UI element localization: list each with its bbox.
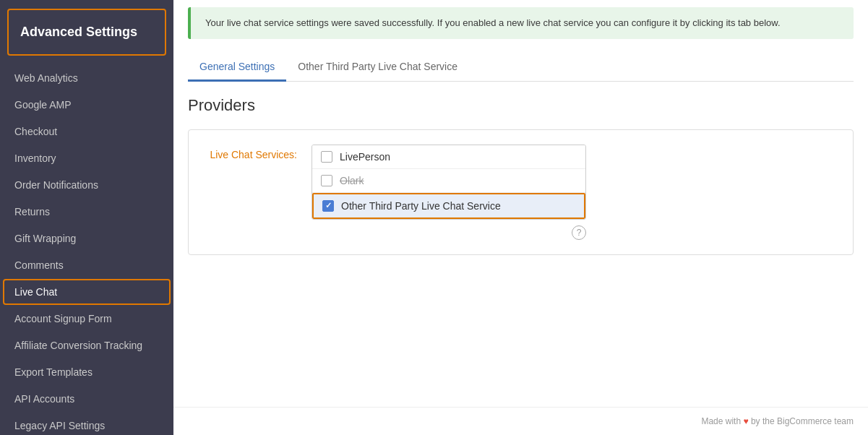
sidebar-item-checkout[interactable]: Checkout [3,119,171,145]
sidebar-item-web-analytics[interactable]: Web Analytics [3,65,171,91]
sidebar-item-google-amp[interactable]: Google AMP [3,92,171,118]
providers-list-wrapper: LivePersonOlarkOther Third Party Live Ch… [311,145,586,240]
provider-label-liveperson: LivePerson [340,151,390,163]
sidebar-item-export-templates[interactable]: Export Templates [3,359,171,385]
tab-other-third-party[interactable]: Other Third Party Live Chat Service [286,53,469,82]
providers-list: LivePersonOlarkOther Third Party Live Ch… [311,145,586,220]
form-row: Live Chat Services: LivePersonOlarkOther… [203,145,838,240]
section-title: Providers [188,96,854,115]
checkbox-olark[interactable] [321,175,332,186]
provider-item-olark[interactable]: Olark [312,169,585,193]
sidebar-item-api-accounts[interactable]: API Accounts [3,386,171,412]
provider-label-olark: Olark [340,175,364,186]
provider-item-other-third-party[interactable]: Other Third Party Live Chat Service [312,193,585,219]
sidebar-item-account-signup-form[interactable]: Account Signup Form [3,306,171,332]
providers-box: Live Chat Services: LivePersonOlarkOther… [188,129,854,255]
main-content: Your live chat service settings were sav… [173,0,868,435]
help-icon[interactable]: ? [572,225,586,240]
content-area: Providers Live Chat Services: LivePerson… [173,82,868,408]
sidebar-item-comments[interactable]: Comments [3,252,171,278]
sidebar-item-order-notifications[interactable]: Order Notifications [3,172,171,198]
sidebar: Advanced Settings Web AnalyticsGoogle AM… [0,0,173,435]
success-banner: Your live chat service settings were sav… [188,7,854,39]
sidebar-item-live-chat[interactable]: Live Chat [3,279,171,305]
checkbox-other-third-party[interactable] [322,200,334,212]
heart-icon: ♥ [743,416,748,426]
provider-item-liveperson[interactable]: LivePerson [312,145,585,169]
sidebar-item-returns[interactable]: Returns [3,199,171,225]
footer: Made with ♥ by the BigCommerce team [173,407,868,435]
tab-general-settings[interactable]: General Settings [188,53,286,82]
help-area: ? [311,225,586,240]
sidebar-item-inventory[interactable]: Inventory [3,145,171,171]
sidebar-item-gift-wrapping[interactable]: Gift Wrapping [3,225,171,251]
provider-label-other-third-party: Other Third Party Live Chat Service [341,200,501,212]
checkbox-liveperson[interactable] [321,151,332,163]
form-label: Live Chat Services: [203,145,297,160]
sidebar-title: Advanced Settings [7,9,166,56]
sidebar-item-affiliate-conversion-tracking[interactable]: Affiliate Conversion Tracking [3,332,171,358]
tabs-container: General SettingsOther Third Party Live C… [188,53,854,82]
sidebar-item-legacy-api-settings[interactable]: Legacy API Settings [3,413,171,435]
